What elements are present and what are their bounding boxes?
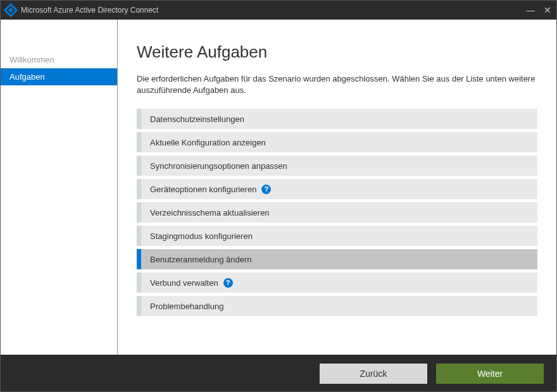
task-label: Benutzeranmeldung ändern bbox=[150, 255, 251, 264]
task-accent bbox=[137, 202, 141, 223]
sidebar-item-label: Willkommen bbox=[9, 55, 54, 64]
task-label: Datenschutzeinstellungen bbox=[150, 114, 244, 124]
task-synchronisierungsoptionen[interactable]: Synchronisierungsoptionen anpassen bbox=[137, 156, 537, 176]
help-icon[interactable]: ? bbox=[261, 185, 271, 194]
main-content: Weitere Aufgaben Die erforderlichen Aufg… bbox=[118, 20, 556, 355]
window-controls: — ✕ bbox=[526, 5, 551, 15]
page-description: Die erforderlichen Aufgaben für das Szen… bbox=[137, 73, 537, 96]
task-label: Aktuelle Konfiguration anzeigen bbox=[150, 138, 266, 147]
task-accent bbox=[137, 156, 141, 176]
app-icon bbox=[4, 3, 18, 18]
sidebar-item-label: Aufgaben bbox=[9, 72, 45, 82]
task-accent bbox=[137, 132, 141, 152]
task-label: Verbund verwalten bbox=[150, 278, 218, 288]
close-icon[interactable]: ✕ bbox=[544, 5, 551, 15]
task-accent bbox=[137, 109, 141, 129]
sidebar-item-willkommen[interactable]: Willkommen bbox=[1, 51, 117, 68]
titlebar: Microsoft Azure Active Directory Connect… bbox=[1, 1, 556, 20]
task-list: Datenschutzeinstellungen Aktuelle Konfig… bbox=[137, 109, 537, 316]
sidebar: Willkommen Aufgaben bbox=[1, 20, 118, 355]
sidebar-item-aufgaben[interactable]: Aufgaben bbox=[1, 68, 117, 85]
task-aktuelle-konfiguration[interactable]: Aktuelle Konfiguration anzeigen bbox=[137, 132, 537, 152]
page-title: Weitere Aufgaben bbox=[137, 42, 537, 62]
task-accent bbox=[137, 226, 141, 246]
footer: Zurück Weiter bbox=[1, 355, 556, 392]
back-button[interactable]: Zurück bbox=[320, 364, 427, 384]
task-verzeichnisschema[interactable]: Verzeichnisschema aktualisieren bbox=[137, 202, 537, 223]
task-accent bbox=[137, 296, 141, 316]
task-problembehandlung[interactable]: Problembehandlung bbox=[137, 296, 537, 316]
next-button[interactable]: Weiter bbox=[436, 364, 544, 384]
task-label: Verzeichnisschema aktualisieren bbox=[150, 208, 270, 217]
task-verbund[interactable]: Verbund verwalten ? bbox=[137, 273, 537, 293]
task-stagingmodus[interactable]: Stagingmodus konfigurieren bbox=[137, 226, 537, 246]
task-datenschutz[interactable]: Datenschutzeinstellungen bbox=[137, 109, 537, 129]
task-benutzeranmeldung[interactable]: Benutzeranmeldung ändern bbox=[137, 249, 537, 269]
task-accent bbox=[137, 249, 141, 269]
task-label: Synchronisierungsoptionen anpassen bbox=[150, 161, 287, 171]
minimize-icon[interactable]: — bbox=[526, 5, 535, 15]
task-label: Problembehandlung bbox=[150, 302, 223, 311]
task-label: Stagingmodus konfigurieren bbox=[150, 231, 253, 241]
task-geraeteoptionen[interactable]: Geräteoptionen konfigurieren ? bbox=[137, 179, 537, 199]
task-accent bbox=[137, 179, 141, 199]
task-label: Geräteoptionen konfigurieren bbox=[150, 185, 256, 194]
help-icon[interactable]: ? bbox=[223, 278, 233, 288]
body-area: Willkommen Aufgaben Weitere Aufgaben Die… bbox=[1, 20, 556, 355]
window-title: Microsoft Azure Active Directory Connect bbox=[21, 6, 526, 15]
task-accent bbox=[137, 273, 141, 293]
